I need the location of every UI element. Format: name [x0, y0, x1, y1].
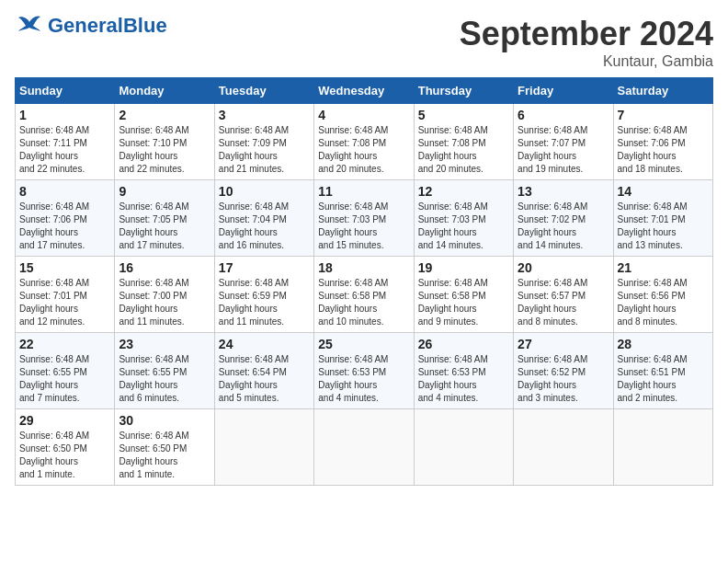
- day-number: 13: [518, 184, 609, 199]
- day-number: 25: [318, 337, 409, 351]
- day-number: 9: [119, 184, 210, 199]
- day-number: 6: [518, 108, 609, 122]
- calendar-week-row: 29 Sunrise: 6:48 AM Sunset: 6:50 PM Dayl…: [16, 409, 713, 486]
- day-number: 18: [318, 260, 409, 275]
- day-number: 2: [119, 108, 210, 122]
- calendar-day-cell: 28 Sunrise: 6:48 AM Sunset: 6:51 PM Dayl…: [613, 333, 712, 409]
- day-info: Sunrise: 6:48 AM Sunset: 7:01 PM Dayligh…: [19, 277, 110, 328]
- day-number: 8: [19, 184, 110, 199]
- calendar-day-cell: [414, 409, 513, 486]
- day-number: 7: [618, 108, 709, 122]
- weekday-header-cell: Tuesday: [214, 78, 313, 104]
- day-info: Sunrise: 6:48 AM Sunset: 7:02 PM Dayligh…: [518, 201, 609, 252]
- day-info: Sunrise: 6:48 AM Sunset: 6:52 PM Dayligh…: [518, 353, 609, 405]
- day-info: Sunrise: 6:48 AM Sunset: 7:08 PM Dayligh…: [418, 124, 509, 176]
- day-number: 14: [618, 184, 709, 199]
- day-number: 23: [119, 337, 210, 351]
- day-info: Sunrise: 6:48 AM Sunset: 6:58 PM Dayligh…: [318, 277, 409, 328]
- day-number: 28: [618, 337, 709, 351]
- day-info: Sunrise: 6:48 AM Sunset: 7:11 PM Dayligh…: [19, 124, 110, 176]
- day-info: Sunrise: 6:48 AM Sunset: 7:00 PM Dayligh…: [119, 277, 210, 328]
- day-number: 10: [219, 184, 310, 199]
- logo-text: GeneralBlue: [48, 16, 167, 36]
- calendar-day-cell: 8 Sunrise: 6:48 AM Sunset: 7:06 PM Dayli…: [16, 180, 115, 257]
- calendar-day-cell: 14 Sunrise: 6:48 AM Sunset: 7:01 PM Dayl…: [613, 180, 712, 257]
- day-info: Sunrise: 6:48 AM Sunset: 6:56 PM Dayligh…: [618, 277, 709, 328]
- calendar-day-cell: 5 Sunrise: 6:48 AM Sunset: 7:08 PM Dayli…: [414, 104, 513, 180]
- calendar-week-row: 22 Sunrise: 6:48 AM Sunset: 6:55 PM Dayl…: [16, 333, 713, 409]
- day-number: 22: [19, 337, 110, 351]
- day-number: 21: [618, 260, 709, 275]
- calendar-day-cell: 21 Sunrise: 6:48 AM Sunset: 6:56 PM Dayl…: [613, 257, 712, 333]
- calendar-day-cell: 19 Sunrise: 6:48 AM Sunset: 6:58 PM Dayl…: [414, 257, 513, 333]
- weekday-header-cell: Wednesday: [314, 78, 414, 104]
- day-info: Sunrise: 6:48 AM Sunset: 6:53 PM Dayligh…: [318, 353, 409, 405]
- day-number: 19: [418, 260, 509, 275]
- day-number: 1: [19, 108, 110, 122]
- day-number: 27: [518, 337, 609, 351]
- calendar-day-cell: 25 Sunrise: 6:48 AM Sunset: 6:53 PM Dayl…: [314, 333, 414, 409]
- day-number: 29: [19, 413, 110, 428]
- logo: GeneralBlue: [15, 15, 167, 37]
- calendar-day-cell: 3 Sunrise: 6:48 AM Sunset: 7:09 PM Dayli…: [214, 104, 313, 180]
- calendar-day-cell: 15 Sunrise: 6:48 AM Sunset: 7:01 PM Dayl…: [16, 257, 115, 333]
- location: Kuntaur, Gambia: [460, 53, 713, 70]
- weekday-header-cell: Friday: [514, 78, 613, 104]
- logo-bird-icon: [15, 15, 44, 37]
- day-number: 3: [219, 108, 310, 122]
- day-number: 12: [418, 184, 509, 199]
- day-number: 20: [518, 260, 609, 275]
- calendar-day-cell: 11 Sunrise: 6:48 AM Sunset: 7:03 PM Dayl…: [314, 180, 414, 257]
- calendar-day-cell: 6 Sunrise: 6:48 AM Sunset: 7:07 PM Dayli…: [514, 104, 613, 180]
- day-number: 16: [119, 260, 210, 275]
- day-info: Sunrise: 6:48 AM Sunset: 7:06 PM Dayligh…: [19, 201, 110, 252]
- header: GeneralBlue September 2024 Kuntaur, Gamb…: [15, 15, 713, 70]
- calendar-day-cell: 26 Sunrise: 6:48 AM Sunset: 6:53 PM Dayl…: [414, 333, 513, 409]
- calendar-day-cell: 20 Sunrise: 6:48 AM Sunset: 6:57 PM Dayl…: [514, 257, 613, 333]
- weekday-header-row: SundayMondayTuesdayWednesdayThursdayFrid…: [16, 78, 713, 104]
- weekday-header-cell: Thursday: [414, 78, 513, 104]
- day-info: Sunrise: 6:48 AM Sunset: 7:07 PM Dayligh…: [518, 124, 609, 176]
- calendar-day-cell: 24 Sunrise: 6:48 AM Sunset: 6:54 PM Dayl…: [214, 333, 313, 409]
- weekday-header-cell: Monday: [115, 78, 214, 104]
- calendar-day-cell: 10 Sunrise: 6:48 AM Sunset: 7:04 PM Dayl…: [214, 180, 313, 257]
- day-info: Sunrise: 6:48 AM Sunset: 6:57 PM Dayligh…: [518, 277, 609, 328]
- calendar-day-cell: [613, 409, 712, 486]
- calendar-day-cell: 29 Sunrise: 6:48 AM Sunset: 6:50 PM Dayl…: [16, 409, 115, 486]
- day-number: 5: [418, 108, 509, 122]
- day-info: Sunrise: 6:48 AM Sunset: 6:59 PM Dayligh…: [219, 277, 310, 328]
- day-info: Sunrise: 6:48 AM Sunset: 7:10 PM Dayligh…: [119, 124, 210, 176]
- calendar-week-row: 1 Sunrise: 6:48 AM Sunset: 7:11 PM Dayli…: [16, 104, 713, 180]
- calendar-day-cell: 30 Sunrise: 6:48 AM Sunset: 6:50 PM Dayl…: [115, 409, 214, 486]
- day-info: Sunrise: 6:48 AM Sunset: 7:05 PM Dayligh…: [119, 201, 210, 252]
- calendar-day-cell: 12 Sunrise: 6:48 AM Sunset: 7:03 PM Dayl…: [414, 180, 513, 257]
- day-info: Sunrise: 6:48 AM Sunset: 6:55 PM Dayligh…: [19, 353, 110, 405]
- calendar-day-cell: 1 Sunrise: 6:48 AM Sunset: 7:11 PM Dayli…: [16, 104, 115, 180]
- calendar-day-cell: 7 Sunrise: 6:48 AM Sunset: 7:06 PM Dayli…: [613, 104, 712, 180]
- weekday-header-cell: Sunday: [16, 78, 115, 104]
- day-info: Sunrise: 6:48 AM Sunset: 6:55 PM Dayligh…: [119, 353, 210, 405]
- calendar-day-cell: 16 Sunrise: 6:48 AM Sunset: 7:00 PM Dayl…: [115, 257, 214, 333]
- day-info: Sunrise: 6:48 AM Sunset: 7:09 PM Dayligh…: [219, 124, 310, 176]
- calendar-day-cell: [314, 409, 414, 486]
- day-number: 30: [119, 413, 210, 428]
- calendar-week-row: 8 Sunrise: 6:48 AM Sunset: 7:06 PM Dayli…: [16, 180, 713, 257]
- calendar-day-cell: 18 Sunrise: 6:48 AM Sunset: 6:58 PM Dayl…: [314, 257, 414, 333]
- day-info: Sunrise: 6:48 AM Sunset: 6:50 PM Dayligh…: [119, 430, 210, 481]
- calendar-body: 1 Sunrise: 6:48 AM Sunset: 7:11 PM Dayli…: [16, 104, 713, 486]
- calendar-day-cell: 27 Sunrise: 6:48 AM Sunset: 6:52 PM Dayl…: [514, 333, 613, 409]
- day-number: 26: [418, 337, 509, 351]
- day-number: 24: [219, 337, 310, 351]
- calendar-day-cell: 9 Sunrise: 6:48 AM Sunset: 7:05 PM Dayli…: [115, 180, 214, 257]
- day-info: Sunrise: 6:48 AM Sunset: 6:50 PM Dayligh…: [19, 430, 110, 481]
- day-info: Sunrise: 6:48 AM Sunset: 7:03 PM Dayligh…: [318, 201, 409, 252]
- calendar-day-cell: [214, 409, 313, 486]
- day-info: Sunrise: 6:48 AM Sunset: 7:04 PM Dayligh…: [219, 201, 310, 252]
- calendar-day-cell: 23 Sunrise: 6:48 AM Sunset: 6:55 PM Dayl…: [115, 333, 214, 409]
- day-info: Sunrise: 6:48 AM Sunset: 7:08 PM Dayligh…: [318, 124, 409, 176]
- day-number: 15: [19, 260, 110, 275]
- day-number: 17: [219, 260, 310, 275]
- day-number: 4: [318, 108, 409, 122]
- weekday-header-cell: Saturday: [613, 78, 712, 104]
- calendar-day-cell: 13 Sunrise: 6:48 AM Sunset: 7:02 PM Dayl…: [514, 180, 613, 257]
